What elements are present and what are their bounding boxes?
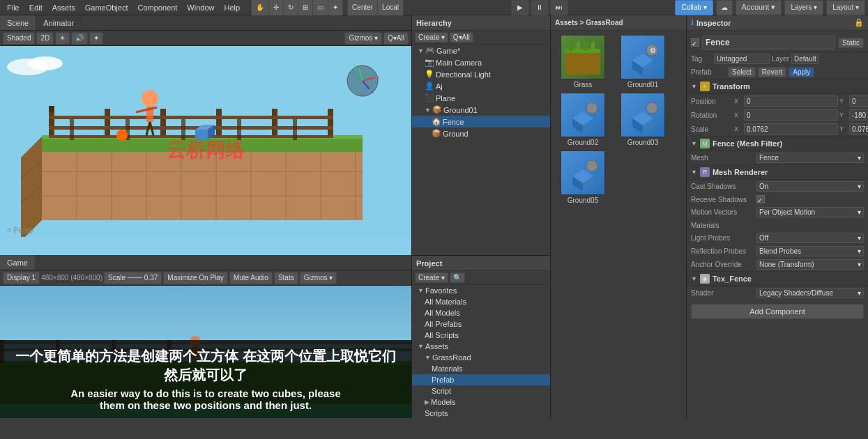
center-button[interactable]: Center — [348, 0, 378, 15]
tab-scene[interactable]: Scene — [0, 15, 36, 30]
hierarchy-item-ground[interactable]: 📦 Ground — [412, 128, 550, 139]
tool-rotate[interactable]: ↻ — [284, 0, 298, 15]
asset-ground01[interactable]: ⚙ Ground01 — [615, 35, 671, 88]
menu-component[interactable]: Component — [133, 2, 181, 13]
local-button[interactable]: Local — [378, 0, 403, 15]
prefab-select-btn[interactable]: Select — [728, 67, 756, 77]
asset-ground03[interactable]: Ground03 — [615, 93, 671, 146]
menu-file[interactable]: File — [3, 2, 24, 13]
hierarchy-item-aj[interactable]: 👤 Aj — [412, 80, 550, 92]
transform-section-header[interactable]: ▼ ⌖ Transform — [687, 79, 868, 94]
asset-grass[interactable]: Grass — [555, 35, 611, 88]
effects-btn[interactable]: ✦ — [89, 32, 103, 45]
obj-name-input[interactable] — [702, 36, 835, 49]
hierarchy-create-btn[interactable]: Create ▾ — [415, 32, 448, 43]
mesh-value[interactable]: Fence ▾ — [756, 153, 864, 163]
menu-assets[interactable]: Assets — [48, 2, 79, 13]
game-gizmos-btn[interactable]: Gizmos ▾ — [300, 272, 337, 284]
rot-y-input[interactable] — [849, 109, 868, 121]
pos-x-input[interactable] — [744, 95, 838, 107]
tag-value[interactable]: Untagged — [714, 54, 770, 64]
display-btn[interactable]: Display 1 — [3, 272, 40, 284]
cast-shadows-value[interactable]: On ▾ — [756, 181, 864, 192]
tool-scale[interactable]: ⊞ — [298, 0, 313, 15]
tool-hand[interactable]: ✋ — [252, 0, 269, 15]
audio-btn[interactable]: 🔊 — [71, 32, 88, 45]
gizmos-btn[interactable]: Gizmos ▾ — [344, 32, 382, 45]
prefab-apply-btn[interactable]: Apply — [789, 67, 814, 77]
layer-value[interactable]: Default — [791, 54, 819, 64]
receive-shadows-checkbox[interactable] — [756, 195, 765, 203]
project-assets[interactable]: ▼ Assets — [412, 341, 550, 352]
motion-vectors-value[interactable]: Per Object Motion ▾ — [756, 207, 864, 217]
scale-x-input[interactable] — [744, 123, 838, 134]
anchor-override-value[interactable]: None (Transform) ▾ — [756, 259, 864, 270]
shading-btn[interactable]: Shaded — [3, 32, 35, 45]
project-all-materials[interactable]: All Materials — [412, 296, 550, 307]
mute-btn[interactable]: Mute Audio — [229, 272, 273, 284]
tab-animator[interactable]: Animator — [36, 15, 82, 30]
scene-content[interactable]: x y z < Persp 云桥网络 — [0, 46, 411, 255]
project-favorites[interactable]: ▼ Favorites — [412, 285, 550, 296]
project-scripts[interactable]: Scripts — [412, 408, 550, 418]
cloud-button[interactable]: ☁ — [716, 0, 733, 15]
hierarchy-item-light[interactable]: 💡 Directional Light — [412, 68, 550, 80]
add-component-button[interactable]: Add Component — [691, 304, 864, 319]
tool-rect[interactable]: ▭ — [313, 0, 328, 15]
rot-x-input[interactable] — [744, 109, 838, 121]
tool-combined[interactable]: ✦ — [328, 0, 342, 15]
scale-y-axis: Y — [839, 125, 848, 132]
step-button[interactable]: ⏭ — [550, 0, 568, 15]
scale-btn[interactable]: Scale ─── 0.37 — [104, 272, 162, 284]
mesh-renderer-header[interactable]: ▼ R Mesh Renderer — [687, 164, 868, 180]
layout-button[interactable]: Layout ▾ — [826, 0, 865, 15]
reflection-probes-value[interactable]: Blend Probes ▾ — [756, 246, 864, 256]
shader-value[interactable]: Legacy Shaders/Diffuse ▾ — [756, 288, 864, 298]
static-button[interactable]: Static — [838, 38, 864, 48]
project-models[interactable]: ▶ Models — [412, 396, 550, 408]
stats-btn[interactable]: Stats — [274, 272, 298, 284]
lighting-btn[interactable]: ☀ — [55, 32, 70, 45]
obj-enabled-checkbox[interactable] — [691, 38, 699, 47]
asset-ground05[interactable]: Ground05 — [555, 151, 611, 204]
play-button[interactable]: ▶ — [511, 0, 529, 15]
search-btn[interactable]: Q▾All — [383, 32, 409, 45]
project-script[interactable]: Script — [412, 385, 550, 396]
project-materials[interactable]: Materials — [412, 363, 550, 374]
hierarchy-search-btn[interactable]: Q▾All — [450, 32, 473, 43]
project-all-models[interactable]: All Models — [412, 307, 550, 318]
account-button[interactable]: Account ▾ — [736, 0, 782, 15]
menu-edit[interactable]: Edit — [25, 2, 47, 13]
prefab-revert-btn[interactable]: Revert — [758, 67, 786, 77]
svg-rect-25 — [272, 109, 277, 138]
project-grassroad[interactable]: ▼ GrassRoad — [412, 352, 550, 363]
pause-button[interactable]: ⏸ — [531, 0, 549, 15]
menu-gameobject[interactable]: GameObject — [81, 2, 132, 13]
collab-button[interactable]: Collab ▾ — [675, 0, 713, 15]
hierarchy-item-camera[interactable]: 📷 Main Camera — [412, 56, 550, 68]
menu-help[interactable]: Help — [220, 2, 244, 13]
menu-window[interactable]: Window — [183, 2, 218, 13]
2d-btn[interactable]: 2D — [36, 32, 54, 45]
tab-game[interactable]: Game — [0, 255, 35, 270]
project-all-scripts[interactable]: All Scripts — [412, 330, 550, 341]
project-prefab[interactable]: Prefab — [412, 374, 550, 385]
hierarchy-item-fence[interactable]: 🏠 Fence — [412, 116, 550, 128]
project-create-btn[interactable]: Create ▾ — [415, 272, 448, 283]
project-search-btn[interactable]: 🔍 — [450, 272, 465, 283]
cast-shadows-row: Cast Shadows On ▾ — [687, 180, 868, 193]
hierarchy-item-game[interactable]: ▼ 🎮 Game* — [412, 45, 550, 56]
hierarchy-item-ground01[interactable]: ▼ 📦 Ground01 — [412, 104, 550, 116]
tool-move[interactable]: ✛ — [269, 0, 284, 15]
project-all-prefabs[interactable]: All Prefabs — [412, 318, 550, 330]
hierarchy-item-plane[interactable]: ⬛ Plane — [412, 92, 550, 104]
layers-button[interactable]: Layers ▾ — [784, 0, 823, 15]
maximize-btn[interactable]: Maximize On Play — [163, 272, 228, 284]
pos-y-input[interactable] — [849, 95, 868, 107]
light-probes-value[interactable]: Off ▾ — [756, 233, 864, 243]
material-section-header[interactable]: ▼ ◉ Tex_Fence — [687, 271, 868, 286]
asset-ground02[interactable]: Ground02 — [555, 93, 611, 146]
asset-grid: Grass ⚙ Ground0 — [551, 31, 686, 208]
scale-y-input[interactable] — [849, 123, 868, 134]
mesh-filter-header[interactable]: ▼ M Fence (Mesh Filter) — [687, 136, 868, 151]
